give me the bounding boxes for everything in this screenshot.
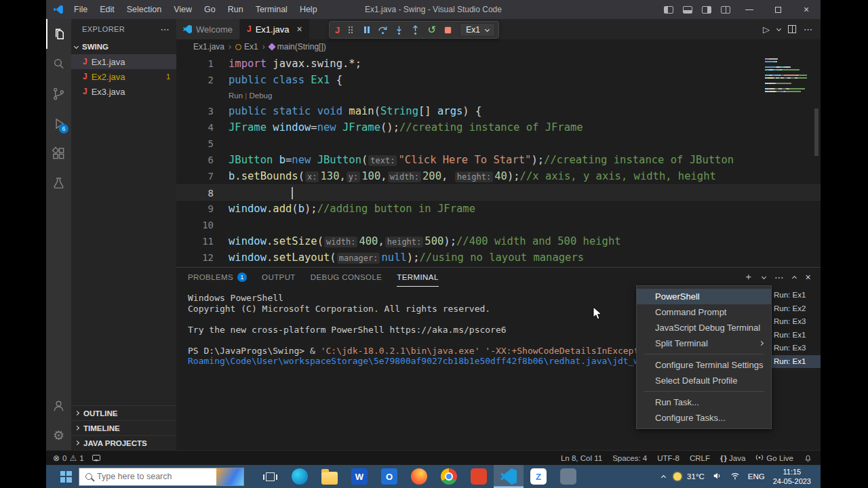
terminal-instance[interactable]: Run: Ex1 [768,289,821,302]
menu-item-command-prompt[interactable]: Command Prompt [637,304,771,320]
code-line-12[interactable]: 12window.setLayout(manager:null);//using… [176,249,821,266]
taskbar-edge[interactable] [285,465,315,488]
feedback-icon[interactable] [92,455,100,461]
menu-help[interactable]: Help [294,0,323,19]
terminal-instance[interactable]: Run: Ex1 [768,355,821,369]
taskbar-search[interactable] [79,468,244,486]
code-line-3[interactable]: 3public static void main(String[] args) … [176,103,821,119]
editor-scrollbar[interactable] [814,108,818,156]
file-ex2-java[interactable]: JEx2.java1 [71,69,176,84]
panel-tab-output[interactable]: OUTPUT [262,268,296,287]
clock[interactable]: 11:15 24-05-2023 [773,467,811,487]
terminal-instance[interactable]: Run: Ex2 [768,302,821,316]
step-into-icon[interactable] [391,22,407,37]
menu-item-split-terminal[interactable]: Split Terminal [637,336,771,351]
code-editor[interactable]: 1import javax.swing.*;2public class Ex1 … [176,54,821,267]
run-dropdown-icon[interactable] [776,26,781,30]
network-icon[interactable] [730,471,740,482]
extensions-icon[interactable] [46,138,71,168]
start-button[interactable] [56,465,76,488]
terminal-instance[interactable]: Run: Ex3 [768,342,821,355]
taskbar-brave[interactable] [464,465,494,488]
maximize-panel-icon[interactable] [792,275,797,280]
breadcrumb-ex1[interactable]: Ex1 [235,42,258,52]
status-go-live[interactable]: Go Live [755,453,793,463]
panel-tab-terminal[interactable]: TERMINAL [397,268,438,287]
stop-icon[interactable] [440,22,456,37]
customize-layout-icon[interactable] [721,6,730,14]
testing-flask-icon[interactable] [46,168,71,198]
restart-icon[interactable]: ↺ [424,22,439,37]
menu-terminal[interactable]: Terminal [250,0,294,19]
problems-status[interactable]: ⊗ 0 ⚠ 1 [53,453,84,463]
menu-selection[interactable]: Selection [121,0,167,19]
account-icon[interactable] [46,390,71,420]
drag-handle-icon[interactable] [342,22,358,37]
status-language-mode[interactable]: { }Java [720,454,745,462]
code-line-11[interactable]: 11window.setSize(width:400,height:500);/… [176,233,821,249]
code-line-7[interactable]: 7b.setBounds(x:130,y:100,width:200, heig… [176,168,821,184]
tray-expand-icon[interactable] [661,474,666,479]
settings-gear-icon[interactable]: ⚙ [46,420,71,450]
step-out-icon[interactable] [408,22,423,37]
taskbar-chrome[interactable] [434,465,464,488]
weather-widget[interactable]: 31°C [673,472,705,481]
task-view-icon[interactable] [255,465,285,488]
editor-more-actions-icon[interactable]: ⋯ [804,24,812,35]
explorer-icon[interactable] [46,19,71,49]
code-line-6[interactable]: 6JButton b=new JButton(text:"Click Here … [176,152,821,168]
taskbar-file-explorer[interactable] [315,465,344,488]
taskbar-word[interactable]: W [344,465,374,488]
taskbar-vscode[interactable] [494,465,524,488]
status-cursor-position[interactable]: Ln 8, Col 11 [561,454,602,462]
code-line-5[interactable]: 5 [176,136,821,152]
minimize-button[interactable] [735,0,764,19]
menu-view[interactable]: View [167,0,198,19]
menu-item-run-task[interactable]: Run Task... [637,394,771,410]
new-terminal-button[interactable]: ＋ [744,271,753,283]
menu-run[interactable]: Run [222,0,250,19]
menu-file[interactable]: File [68,0,94,19]
close-panel-icon[interactable]: × [805,272,811,283]
codelens-debug-link[interactable]: Debug [250,92,273,100]
terminal-instance[interactable]: Run: Ex3 [768,315,821,329]
search-icon[interactable] [46,49,71,79]
menu-item-select-default-profile[interactable]: Select Default Profile [637,373,771,388]
volume-icon[interactable] [713,471,722,482]
run-debug-icon[interactable]: 6 [46,108,71,138]
code-line-8[interactable]: 8 [176,184,821,201]
source-control-icon[interactable] [46,79,71,108]
debug-session-dropdown[interactable]: Ex1 [460,23,495,37]
menu-go[interactable]: Go [198,0,222,19]
code-line-10[interactable]: 10 [176,217,821,233]
tab-welcome[interactable]: Welcome [176,19,240,39]
toggle-panel-icon[interactable] [683,6,692,14]
breadcrumb-main-string[interactable]: main(String[]) [269,42,326,52]
status-encoding[interactable]: UTF-8 [657,454,679,462]
panel-tab-problems[interactable]: PROBLEMS1 [188,268,247,287]
menu-edit[interactable]: Edit [94,0,121,19]
status-eol[interactable]: CRLF [690,454,710,462]
toggle-sidebar-icon[interactable] [664,6,673,14]
file-ex1-java[interactable]: JEx1.java [71,54,176,69]
section-timeline[interactable]: TIMELINE [71,420,176,435]
codelens-run-link[interactable]: Run [229,92,243,100]
search-news-thumbnail[interactable] [216,468,243,485]
maximize-button[interactable] [764,0,792,19]
file-ex3-java[interactable]: JEx3.java [71,84,176,99]
taskbar-app[interactable] [553,465,583,488]
toggle-secondary-sidebar-icon[interactable] [702,6,711,14]
run-file-button[interactable]: ▷ [763,24,770,35]
terminal-profile-dropdown-icon[interactable] [762,274,766,279]
panel-tab-debug-console[interactable]: DEBUG CONSOLE [311,268,382,287]
folder-section-swing[interactable]: SWING [71,39,176,54]
panel-more-actions-icon[interactable]: ⋯ [774,272,784,283]
notifications-bell-icon[interactable] [804,453,812,462]
minimap[interactable] [765,56,807,93]
menu-item-configure-terminal-settings[interactable]: Configure Terminal Settings [637,357,771,373]
code-line-9[interactable]: 9window.add(b);//adding button in JFrame [176,201,821,217]
taskbar-zoom[interactable]: Z [524,465,553,488]
taskbar-outlook[interactable]: O [374,465,404,488]
split-editor-icon[interactable] [788,25,796,33]
menu-item-powershell[interactable]: PowerShell [637,289,771,304]
